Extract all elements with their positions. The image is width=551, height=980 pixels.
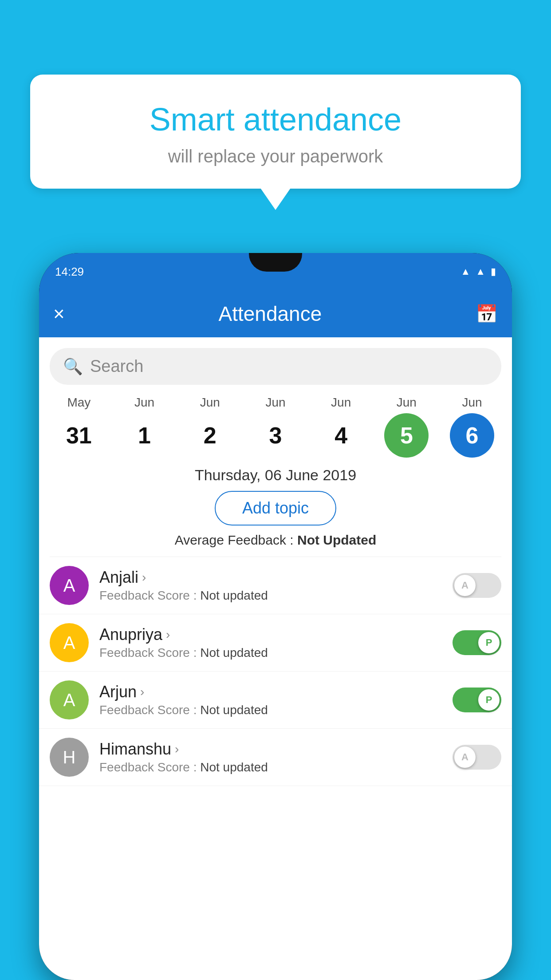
student-row[interactable]: HHimanshu ›Feedback Score : Not updatedA — [39, 729, 512, 786]
toggle-knob: A — [454, 575, 476, 596]
screen-content: 🔍 Search May31Jun1Jun2Jun3Jun4Jun5Jun6 T… — [39, 337, 512, 980]
cal-month: Jun — [134, 395, 154, 410]
chevron-icon: › — [140, 685, 144, 699]
calendar-row: May31Jun1Jun2Jun3Jun4Jun5Jun6 — [39, 392, 512, 458]
cal-date[interactable]: 6 — [450, 413, 494, 458]
avatar: H — [50, 738, 89, 777]
calendar-day[interactable]: Jun5 — [378, 395, 435, 458]
chevron-icon: › — [175, 742, 179, 756]
add-topic-button[interactable]: Add topic — [215, 491, 336, 526]
student-feedback: Feedback Score : Not updated — [99, 646, 442, 660]
attendance-toggle[interactable]: P — [453, 630, 501, 655]
student-name: Anjali › — [99, 568, 442, 587]
avg-feedback-value: Not Updated — [297, 533, 376, 547]
student-info: Himanshu ›Feedback Score : Not updated — [99, 740, 442, 775]
status-bar: 14:29 ▲ ▲ ▮ — [39, 253, 512, 290]
chevron-icon: › — [142, 570, 146, 585]
attendance-toggle[interactable]: A — [453, 745, 501, 770]
cal-month: Jun — [397, 395, 417, 410]
toggle-knob: A — [454, 747, 476, 768]
student-info: Anjali ›Feedback Score : Not updated — [99, 568, 442, 603]
cal-date[interactable]: 4 — [319, 413, 363, 458]
phone-frame: 14:29 ▲ ▲ ▮ × Attendance 📅 🔍 Search May3… — [39, 253, 512, 980]
cal-month: Jun — [200, 395, 220, 410]
close-button[interactable]: × — [53, 303, 65, 325]
bubble-title: Smart attendance — [52, 101, 499, 138]
calendar-icon[interactable]: 📅 — [476, 304, 498, 324]
calendar-day[interactable]: Jun6 — [443, 395, 501, 458]
calendar-day[interactable]: Jun1 — [116, 395, 173, 458]
search-placeholder: Search — [90, 357, 143, 376]
cal-month: May — [67, 395, 91, 410]
app-bar: × Attendance 📅 — [39, 290, 512, 337]
students-list: AAnjali ›Feedback Score : Not updatedAAA… — [39, 557, 512, 786]
toggle-track: P — [453, 630, 501, 655]
student-row[interactable]: AAnupriya ›Feedback Score : Not updatedP — [39, 614, 512, 672]
average-feedback: Average Feedback : Not Updated — [39, 533, 512, 548]
cal-month: Jun — [331, 395, 351, 410]
attendance-toggle[interactable]: A — [453, 573, 501, 598]
wifi-icon: ▲ — [460, 266, 470, 277]
status-icons: ▲ ▲ ▮ — [460, 266, 496, 277]
search-icon: 🔍 — [63, 357, 83, 376]
toggle-track: A — [453, 573, 501, 598]
student-info: Anupriya ›Feedback Score : Not updated — [99, 625, 442, 660]
student-name: Arjun › — [99, 683, 442, 701]
cal-date[interactable]: 5 — [384, 413, 429, 458]
student-name: Anupriya › — [99, 625, 442, 644]
student-feedback: Feedback Score : Not updated — [99, 760, 442, 775]
avatar: A — [50, 566, 89, 605]
speech-bubble: Smart attendance will replace your paper… — [30, 75, 521, 189]
student-name: Himanshu › — [99, 740, 442, 759]
calendar-day[interactable]: Jun4 — [312, 395, 370, 458]
toggle-knob: P — [478, 632, 500, 653]
calendar-day[interactable]: May31 — [50, 395, 108, 458]
student-feedback: Feedback Score : Not updated — [99, 589, 442, 603]
chevron-icon: › — [166, 628, 170, 642]
avatar: A — [50, 623, 89, 662]
calendar-day[interactable]: Jun2 — [181, 395, 239, 458]
avatar: A — [50, 680, 89, 719]
bubble-subtitle: will replace your paperwork — [52, 146, 499, 166]
calendar-day[interactable]: Jun3 — [247, 395, 304, 458]
cal-month: Jun — [462, 395, 482, 410]
toggle-track: P — [453, 688, 501, 712]
toggle-track: A — [453, 745, 501, 770]
cal-date[interactable]: 1 — [122, 413, 167, 458]
cal-date[interactable]: 3 — [253, 413, 298, 458]
selected-date-label: Thursday, 06 June 2019 — [39, 466, 512, 484]
student-row[interactable]: AAnjali ›Feedback Score : Not updatedA — [39, 557, 512, 614]
app-bar-title: Attendance — [65, 302, 476, 326]
avg-feedback-label: Average Feedback : — [175, 533, 297, 547]
student-info: Arjun ›Feedback Score : Not updated — [99, 683, 442, 717]
cal-date[interactable]: 2 — [188, 413, 232, 458]
battery-icon: ▮ — [491, 266, 496, 277]
student-feedback: Feedback Score : Not updated — [99, 703, 442, 717]
cal-date[interactable]: 31 — [57, 413, 101, 458]
cal-month: Jun — [265, 395, 285, 410]
status-time: 14:29 — [55, 265, 84, 279]
signal-icon: ▲ — [476, 266, 485, 277]
search-bar[interactable]: 🔍 Search — [50, 348, 501, 385]
toggle-knob: P — [478, 689, 500, 711]
attendance-toggle[interactable]: P — [453, 688, 501, 712]
student-row[interactable]: AArjun ›Feedback Score : Not updatedP — [39, 672, 512, 729]
